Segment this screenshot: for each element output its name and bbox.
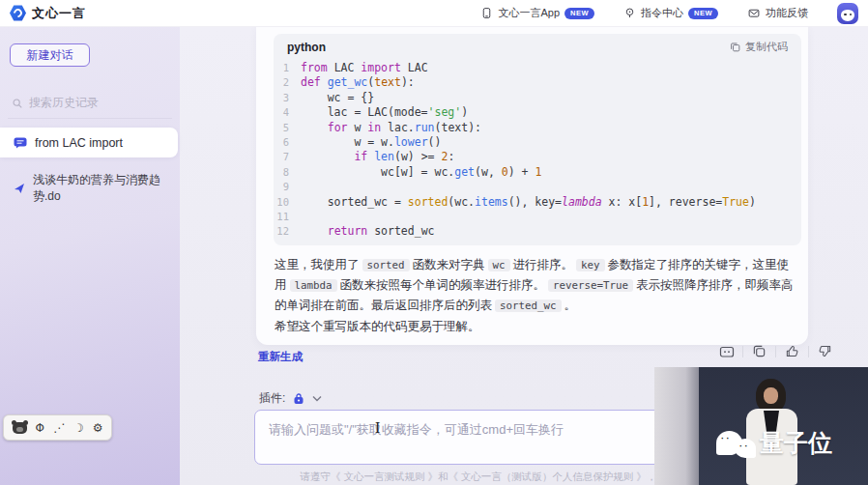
copy-icon[interactable] (751, 343, 767, 359)
top-bar: 文心一言 文心一言App NEW 指令中心 NEW 功能 (0, 0, 868, 27)
new-badge: NEW (688, 8, 718, 19)
code-block: python 复制代码 1from LAC import LAC2def get… (274, 34, 801, 245)
sidebar-item-conversation[interactable]: from LAC import (0, 128, 178, 157)
code-line: 6 w = w.lower() (274, 135, 801, 150)
search-icon (12, 98, 23, 109)
inline-code: sorted_wc (495, 300, 562, 312)
plugins-label: 插件: (259, 390, 285, 407)
mail-icon (747, 7, 761, 19)
inline-code: lambda (290, 279, 337, 292)
divider (742, 346, 743, 357)
dots-icon[interactable]: ⋰ (53, 421, 65, 435)
assistant-message: python 复制代码 1from LAC import LAC2def get… (256, 27, 808, 345)
copy-icon (730, 42, 740, 52)
conversation-label: from LAC import (35, 136, 123, 150)
nav-app-link[interactable]: 文心一言App NEW (480, 6, 594, 20)
code-line: 5 for w in lac.run(text): (274, 121, 801, 135)
thumbs-up-icon[interactable] (784, 343, 800, 359)
bulb-icon (623, 7, 636, 19)
inline-code: wc (488, 259, 510, 271)
sidebar-item-conversation[interactable]: 浅谈牛奶的营养与消费趋势.do (14, 172, 180, 205)
code-line: 12 return sorted_wc (274, 224, 801, 239)
regenerate-button[interactable]: 重新生成 (258, 350, 303, 364)
floating-toolbar: Φ ⋰ ☽ ⚙ (3, 414, 112, 441)
new-badge: NEW (564, 8, 594, 19)
divider (775, 346, 776, 357)
stage-wall (654, 367, 699, 485)
copy-code-label: 复制代码 (745, 40, 788, 54)
watermark-text: 量子位 (760, 427, 832, 459)
code-line: 9 (274, 180, 801, 194)
speaker-face (764, 387, 778, 404)
copy-code-button[interactable]: 复制代码 (730, 40, 788, 54)
inline-code: sorted (362, 259, 410, 271)
robot-face-icon (841, 10, 854, 21)
phone-icon (480, 7, 493, 19)
divider (8, 118, 172, 119)
video-overlay: 量子位 (654, 367, 868, 485)
nav-feedback[interactable]: 功能反馈 (747, 6, 808, 20)
code-line: 2def get_wc(text): (274, 75, 801, 90)
code-line: 7 if len(w) >= 2: (274, 150, 801, 164)
explanation-paragraph: 这里，我使用了sorted函数来对字典wc进行排序。key参数指定了排序的关键字… (275, 255, 796, 316)
bear-icon[interactable] (13, 422, 27, 434)
app-title: 文心一言 (32, 5, 86, 22)
chevron-down-icon[interactable] (312, 395, 322, 402)
code-block-header: python 复制代码 (274, 34, 801, 57)
moon-icon[interactable]: ☽ (73, 421, 84, 435)
code-line: 1from LAC import LAC (274, 61, 801, 75)
rocket-icon (14, 183, 25, 194)
code-line: 8 wc[w] = wc.get(w, 0) + 1 (274, 165, 801, 180)
chat-bubble-icon (14, 137, 27, 149)
nav-label: 功能反馈 (766, 6, 808, 20)
code-line: 10 sorted_wc = sorted(wc.items(), key=la… (274, 195, 801, 210)
app-logo: 文心一言 (10, 5, 86, 22)
code-line: 11 (274, 210, 801, 224)
nav-label: 指令中心 (641, 6, 683, 20)
search-history[interactable]: 搜索历史记录 (12, 95, 99, 111)
inline-code: key (576, 259, 605, 271)
user-avatar[interactable] (837, 3, 858, 24)
nav-label: 文心一言App (498, 6, 560, 20)
code-line: 3 wc = {} (274, 91, 801, 105)
code-line: 4 lac = LAC(mode='seg') (274, 105, 801, 120)
speech-bubble-icon (735, 439, 756, 458)
conversation-label: 浅谈牛奶的营养与消费趋势.do (33, 172, 180, 205)
code-language-label: python (287, 41, 326, 54)
logo-icon (10, 5, 26, 21)
code-lines: 1from LAC import LAC2def get_wc(text):3 … (274, 57, 801, 245)
lang-icon[interactable]: Φ (36, 421, 44, 435)
search-placeholder: 搜索历史记录 (29, 95, 99, 111)
nav-command-center[interactable]: 指令中心 NEW (623, 6, 718, 20)
export-image-icon[interactable] (718, 343, 735, 359)
app-window: 文心一言 文心一言App NEW 指令中心 NEW 功能 (0, 0, 868, 485)
closing-paragraph: 希望这个重写版本的代码更易于理解。 (275, 317, 796, 337)
new-chat-button[interactable]: 新建对话 (10, 43, 90, 67)
plugin-row: 插件: (259, 390, 322, 407)
bear-snout (16, 427, 23, 432)
thumbs-down-icon[interactable] (817, 343, 833, 359)
divider (808, 346, 809, 357)
gear-icon[interactable]: ⚙ (93, 421, 103, 435)
plugin-bag-icon[interactable] (292, 392, 305, 406)
message-actions (718, 343, 833, 359)
top-nav: 文心一言App NEW 指令中心 NEW 功能反馈 (480, 3, 858, 24)
inline-code: reverse=True (548, 279, 633, 292)
watermark: 量子位 (716, 427, 832, 459)
